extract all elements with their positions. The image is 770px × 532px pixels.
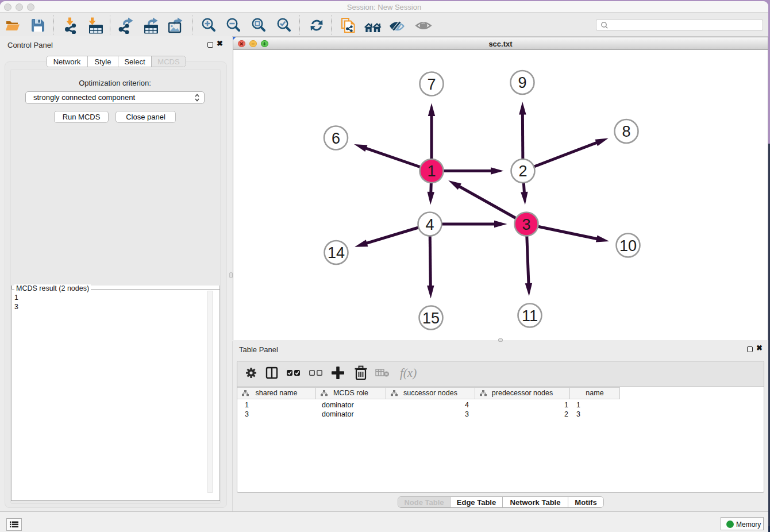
svg-text:14: 14 — [328, 244, 345, 261]
svg-text:3: 3 — [522, 216, 530, 233]
svg-text:10: 10 — [619, 237, 637, 255]
svg-text:9: 9 — [518, 74, 526, 91]
svg-text:f(x): f(x) — [400, 366, 417, 380]
svg-text:15: 15 — [422, 310, 440, 327]
svg-text:7: 7 — [427, 76, 436, 93]
svg-text:1: 1 — [427, 163, 436, 180]
svg-text:6: 6 — [332, 130, 340, 147]
svg-text:2: 2 — [518, 163, 527, 180]
svg-text:8: 8 — [622, 123, 630, 140]
svg-text:4: 4 — [425, 216, 434, 233]
svg-text:11: 11 — [522, 307, 538, 325]
